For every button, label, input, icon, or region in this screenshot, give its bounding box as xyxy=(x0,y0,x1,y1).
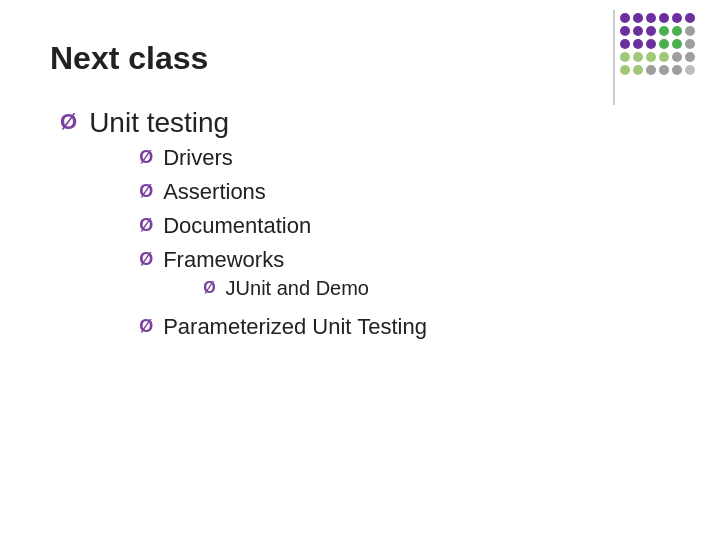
slide-title: Next class xyxy=(50,40,670,77)
sub-item-parameterized-text: Parameterized Unit Testing xyxy=(163,314,427,340)
main-item-unit-testing-text: Unit testing xyxy=(89,107,229,138)
sub-list-unit-testing: Ø Drivers Ø Assertions Ø Documentation xyxy=(139,145,427,340)
sub-item-documentation-text: Documentation xyxy=(163,213,311,239)
sub-item-parameterized: Ø Parameterized Unit Testing xyxy=(139,314,427,340)
sub-sub-item-junit: Ø JUnit and Demo xyxy=(203,277,369,300)
sub-item-assertions: Ø Assertions xyxy=(139,179,427,205)
main-item-unit-testing: Ø Unit testing Ø Drivers Ø Assertions xyxy=(60,107,670,348)
main-bullet-unit-testing: Ø xyxy=(60,109,77,135)
sub-bullet-drivers: Ø xyxy=(139,147,153,168)
sub-item-assertions-text: Assertions xyxy=(163,179,266,205)
sub-sub-bullet-junit: Ø xyxy=(203,279,215,297)
sub-item-frameworks: Ø Frameworks Ø JUnit and Demo xyxy=(139,247,427,306)
sub-item-documentation: Ø Documentation xyxy=(139,213,427,239)
sub-bullet-frameworks: Ø xyxy=(139,249,153,270)
sub-item-frameworks-text: Frameworks xyxy=(163,247,284,272)
sub-item-drivers: Ø Drivers xyxy=(139,145,427,171)
sub-sub-item-junit-text: JUnit and Demo xyxy=(226,277,369,300)
sub-bullet-parameterized: Ø xyxy=(139,316,153,337)
slide-content: Ø Unit testing Ø Drivers Ø Assertions xyxy=(60,107,670,348)
sub-bullet-documentation: Ø xyxy=(139,215,153,236)
sub-sub-list-junit: Ø JUnit and Demo xyxy=(203,277,369,300)
frameworks-wrapper: Frameworks Ø JUnit and Demo xyxy=(163,247,369,306)
vertical-divider xyxy=(613,10,615,105)
slide: Next class Ø Unit testing Ø Drivers xyxy=(0,0,720,540)
main-item-unit-testing-wrapper: Unit testing Ø Drivers Ø Assertions xyxy=(89,107,427,348)
sub-bullet-assertions: Ø xyxy=(139,181,153,202)
sub-item-drivers-text: Drivers xyxy=(163,145,233,171)
dot-grid-decoration xyxy=(620,10,710,100)
